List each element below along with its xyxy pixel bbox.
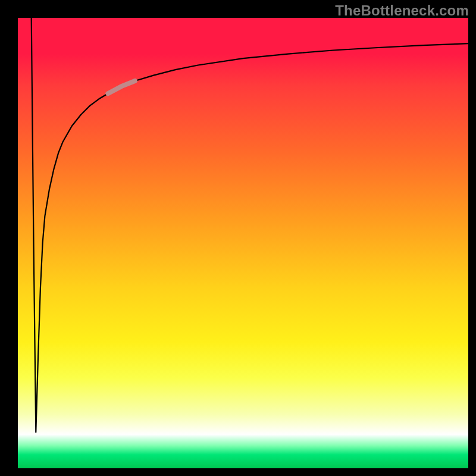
- chart-svg: [18, 18, 468, 468]
- watermark-text: TheBottleneck.com: [335, 2, 469, 19]
- curve-line: [32, 18, 468, 432]
- plot-area: [18, 18, 468, 468]
- chart-frame: TheBottleneck.com: [0, 0, 476, 476]
- curve-highlight-segment: [108, 81, 134, 93]
